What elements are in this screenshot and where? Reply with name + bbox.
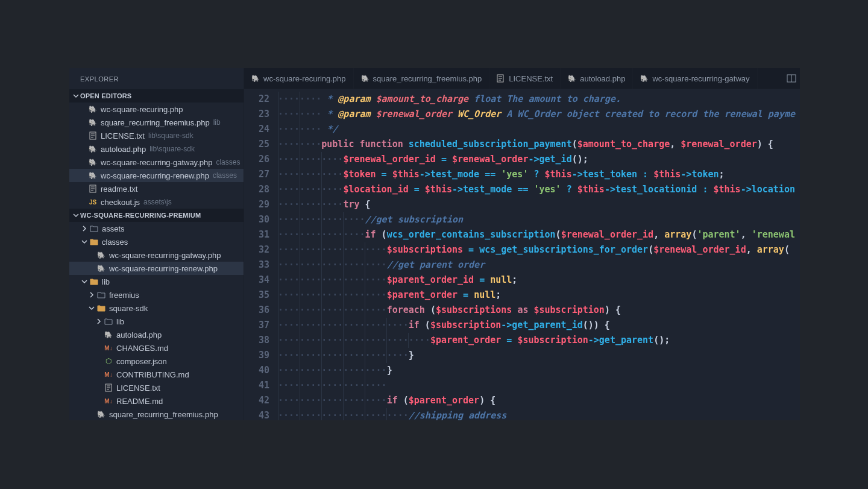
folder-item[interactable]: lib	[69, 315, 244, 328]
line-number: 35	[244, 288, 269, 303]
open-editor-item[interactable]: 🐘wc-square-recuring.php	[69, 103, 244, 116]
editor-tabs: 🐘wc-square-recuring.php🐘square_recurring…	[244, 68, 800, 89]
php-icon: 🐘	[568, 75, 576, 83]
file-item[interactable]: 🐘wc-square-recurring-renew.php	[69, 262, 244, 275]
chevron-down-icon	[72, 92, 80, 100]
php-icon: 🐘	[87, 172, 98, 180]
open-editor-item[interactable]: 🐘wc-square-recurring-renew.phpclasses	[69, 169, 244, 182]
folder-item[interactable]: classes	[69, 235, 244, 248]
folder-item[interactable]: square-sdk	[69, 301, 244, 315]
split-editor-icon[interactable]	[783, 68, 800, 89]
line-number: 22	[244, 92, 269, 107]
php-icon: 🐘	[87, 159, 98, 166]
php-icon: 🐘	[87, 119, 98, 127]
file-path-hint: classes	[213, 171, 237, 180]
project-label: WC-SQUARE-RECURRING-PREMIUM	[80, 212, 201, 219]
file-item[interactable]: LICENSE.txt	[69, 381, 244, 394]
file-path-hint: lib	[213, 118, 221, 127]
file-name: readme.txt	[101, 185, 137, 194]
php-icon: 🐘	[103, 331, 114, 339]
tab-label: autoload.php	[580, 74, 625, 83]
php-icon: 🐘	[96, 251, 107, 259]
folder-item[interactable]: freemius	[69, 288, 244, 301]
item-name: wc-square-recurring-gatway.php	[109, 251, 221, 260]
line-number: 25	[244, 137, 269, 152]
line-number: 33	[244, 257, 269, 273]
file-item[interactable]: M↓CHANGES.md	[69, 341, 244, 355]
file-path-hint: classes	[216, 158, 240, 166]
item-name: autoload.php	[116, 330, 162, 339]
explorer-sidebar: EXPLORER OPEN EDITORS 🐘wc-square-recurin…	[69, 68, 244, 420]
open-editor-item[interactable]: JScheckout.jsassets\js	[69, 195, 244, 209]
editor-tab[interactable]: 🐘square_recurring_freemius.php	[354, 68, 490, 89]
item-name: CONTRIBUTING.md	[116, 370, 189, 379]
file-item[interactable]: ⬡composer.json	[69, 355, 244, 368]
line-number: 27	[244, 167, 269, 182]
tab-label: square_recurring_freemius.php	[373, 74, 482, 83]
item-name: LICENSE.txt	[116, 383, 160, 393]
editor-tab[interactable]: 🐘wc-square-recurring-gatway	[633, 68, 757, 89]
item-name: assets	[102, 224, 125, 233]
open-editor-item[interactable]: LICENSE.txtlib\square-sdk	[69, 129, 244, 142]
open-editor-item[interactable]: readme.txt	[69, 182, 244, 195]
folder-open-icon	[96, 304, 107, 312]
json-icon: ⬡	[103, 357, 114, 365]
file-name: wc-square-recuring.php	[101, 105, 183, 114]
line-number: 26	[244, 152, 269, 167]
txt-icon	[87, 185, 98, 193]
open-editors-header[interactable]: OPEN EDITORS	[69, 89, 244, 103]
code-editor[interactable]: 2223242526272829303132333435363738394041…	[244, 89, 800, 420]
line-number: 43	[244, 408, 269, 420]
item-name: lib	[116, 317, 124, 326]
editor-tab[interactable]: LICENSE.txt	[489, 68, 561, 89]
php-icon: 🐘	[87, 106, 98, 113]
line-number: 37	[244, 318, 269, 333]
file-name: LICENSE.txt	[101, 131, 145, 140]
folder-item[interactable]: lib	[69, 275, 244, 288]
file-path-hint: lib\square-sdk	[148, 131, 193, 140]
code-content[interactable]: ········ * @param $amount_to_charge floa…	[278, 89, 800, 420]
open-editor-item[interactable]: 🐘wc-square-recurring-gatway.phpclasses	[69, 156, 244, 169]
php-icon: 🐘	[87, 145, 98, 153]
line-number: 39	[244, 348, 269, 363]
item-name: CHANGES.md	[116, 344, 168, 353]
editor-tab[interactable]: 🐘autoload.php	[561, 68, 633, 89]
chevron-down-icon	[72, 211, 80, 219]
file-item[interactable]: 🐘autoload.php	[69, 328, 244, 341]
file-item[interactable]: 🐘square_recurring_freemius.php	[69, 408, 244, 420]
file-path-hint: assets\js	[143, 198, 172, 206]
file-item[interactable]: 🐘wc-square-recurring-gatway.php	[69, 248, 244, 262]
folder-closed-icon	[96, 291, 107, 298]
line-number: 38	[244, 333, 269, 348]
line-number: 34	[244, 273, 269, 288]
twisty-icon	[87, 305, 96, 311]
txt-icon	[87, 131, 98, 140]
md-icon: M↓	[103, 398, 114, 405]
line-number: 36	[244, 303, 269, 318]
line-number: 32	[244, 242, 269, 257]
file-item[interactable]: M↓CONTRIBUTING.md	[69, 368, 244, 381]
item-name: wc-square-recurring-renew.php	[109, 264, 218, 273]
php-icon: 🐘	[640, 75, 649, 83]
vscode-window: EXPLORER OPEN EDITORS 🐘wc-square-recurin…	[69, 68, 800, 420]
line-number: 40	[244, 363, 269, 378]
twisty-icon	[80, 279, 89, 285]
line-gutter: 2223242526272829303132333435363738394041…	[244, 89, 278, 420]
item-name: README.md	[116, 397, 163, 406]
md-icon: M↓	[103, 371, 114, 378]
open-editors-label: OPEN EDITORS	[80, 92, 131, 99]
editor-tab[interactable]: 🐘wc-square-recuring.php	[244, 68, 354, 89]
php-icon: 🐘	[361, 75, 370, 83]
open-editor-item[interactable]: 🐘autoload.phplib\square-sdk	[69, 142, 244, 156]
file-item[interactable]: M↓README.md	[69, 394, 244, 408]
open-editor-item[interactable]: 🐘square_recurring_freemius.phplib	[69, 116, 244, 129]
folder-item[interactable]: assets	[69, 222, 244, 235]
folder-closed-icon	[89, 225, 99, 232]
project-header[interactable]: WC-SQUARE-RECURRING-PREMIUM	[69, 209, 244, 222]
explorer-title: EXPLORER	[69, 68, 244, 89]
item-name: classes	[102, 238, 128, 247]
md-icon: M↓	[103, 345, 114, 352]
php-icon: 🐘	[96, 265, 107, 273]
line-number: 23	[244, 107, 269, 122]
item-name: square_recurring_freemius.php	[109, 410, 218, 419]
